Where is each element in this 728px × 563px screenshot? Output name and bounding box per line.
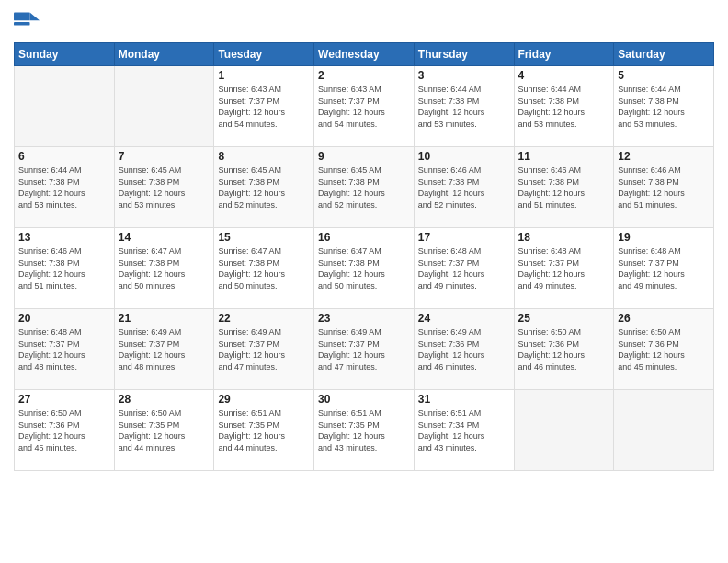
calendar-cell: 26Sunrise: 6:50 AM Sunset: 7:36 PM Dayli… — [614, 309, 714, 390]
day-number: 22 — [218, 312, 310, 325]
calendar-cell — [15, 66, 115, 147]
day-info: Sunrise: 6:46 AM Sunset: 7:38 PM Dayligh… — [18, 246, 110, 292]
day-info: Sunrise: 6:43 AM Sunset: 7:37 PM Dayligh… — [318, 84, 410, 130]
calendar-header-row: SundayMondayTuesdayWednesdayThursdayFrid… — [15, 43, 714, 66]
day-number: 19 — [618, 231, 710, 244]
calendar-header-tuesday: Tuesday — [214, 43, 314, 66]
day-number: 11 — [518, 150, 610, 163]
day-info: Sunrise: 6:46 AM Sunset: 7:38 PM Dayligh… — [518, 165, 610, 211]
calendar-header-monday: Monday — [114, 43, 214, 66]
day-number: 21 — [119, 312, 210, 325]
calendar-cell: 27Sunrise: 6:50 AM Sunset: 7:36 PM Dayli… — [15, 390, 115, 471]
day-number: 4 — [518, 69, 610, 82]
page: SundayMondayTuesdayWednesdayThursdayFrid… — [0, 0, 728, 563]
day-info: Sunrise: 6:50 AM Sunset: 7:36 PM Dayligh… — [518, 327, 610, 373]
calendar-cell: 12Sunrise: 6:46 AM Sunset: 7:38 PM Dayli… — [614, 147, 714, 228]
logo-icon — [14, 9, 40, 35]
calendar-cell: 22Sunrise: 6:49 AM Sunset: 7:37 PM Dayli… — [214, 309, 314, 390]
day-info: Sunrise: 6:48 AM Sunset: 7:37 PM Dayligh… — [418, 246, 510, 292]
day-info: Sunrise: 6:49 AM Sunset: 7:37 PM Dayligh… — [218, 327, 310, 373]
day-info: Sunrise: 6:45 AM Sunset: 7:38 PM Dayligh… — [119, 165, 210, 211]
day-info: Sunrise: 6:50 AM Sunset: 7:36 PM Dayligh… — [18, 408, 110, 454]
day-info: Sunrise: 6:46 AM Sunset: 7:38 PM Dayligh… — [418, 165, 510, 211]
calendar-cell: 21Sunrise: 6:49 AM Sunset: 7:37 PM Dayli… — [114, 309, 214, 390]
calendar-week-row: 1Sunrise: 6:43 AM Sunset: 7:37 PM Daylig… — [15, 66, 714, 147]
logo — [14, 9, 43, 35]
calendar-cell: 10Sunrise: 6:46 AM Sunset: 7:38 PM Dayli… — [414, 147, 514, 228]
day-number: 26 — [618, 312, 710, 325]
day-number: 23 — [318, 312, 410, 325]
day-info: Sunrise: 6:44 AM Sunset: 7:38 PM Dayligh… — [418, 84, 510, 130]
calendar-cell: 24Sunrise: 6:49 AM Sunset: 7:36 PM Dayli… — [414, 309, 514, 390]
calendar-cell: 23Sunrise: 6:49 AM Sunset: 7:37 PM Dayli… — [314, 309, 415, 390]
day-number: 16 — [318, 231, 410, 244]
calendar-cell: 20Sunrise: 6:48 AM Sunset: 7:37 PM Dayli… — [15, 309, 115, 390]
day-info: Sunrise: 6:44 AM Sunset: 7:38 PM Dayligh… — [18, 165, 110, 211]
day-info: Sunrise: 6:47 AM Sunset: 7:38 PM Dayligh… — [119, 246, 210, 292]
calendar-cell — [514, 390, 614, 471]
calendar: SundayMondayTuesdayWednesdayThursdayFrid… — [14, 42, 714, 471]
day-number: 2 — [318, 69, 410, 82]
calendar-cell: 14Sunrise: 6:47 AM Sunset: 7:38 PM Dayli… — [114, 228, 214, 309]
day-info: Sunrise: 6:47 AM Sunset: 7:38 PM Dayligh… — [218, 246, 310, 292]
calendar-cell: 28Sunrise: 6:50 AM Sunset: 7:35 PM Dayli… — [114, 390, 214, 471]
day-info: Sunrise: 6:48 AM Sunset: 7:37 PM Dayligh… — [18, 327, 110, 373]
calendar-cell: 13Sunrise: 6:46 AM Sunset: 7:38 PM Dayli… — [15, 228, 115, 309]
calendar-week-row: 13Sunrise: 6:46 AM Sunset: 7:38 PM Dayli… — [15, 228, 714, 309]
svg-marker-0 — [30, 13, 40, 21]
svg-rect-1 — [14, 13, 30, 21]
day-number: 27 — [18, 393, 110, 406]
calendar-header-saturday: Saturday — [614, 43, 714, 66]
day-info: Sunrise: 6:47 AM Sunset: 7:38 PM Dayligh… — [318, 246, 410, 292]
calendar-cell: 18Sunrise: 6:48 AM Sunset: 7:37 PM Dayli… — [514, 228, 614, 309]
calendar-cell: 6Sunrise: 6:44 AM Sunset: 7:38 PM Daylig… — [15, 147, 115, 228]
day-info: Sunrise: 6:51 AM Sunset: 7:35 PM Dayligh… — [318, 408, 410, 454]
calendar-cell: 16Sunrise: 6:47 AM Sunset: 7:38 PM Dayli… — [314, 228, 415, 309]
calendar-cell: 11Sunrise: 6:46 AM Sunset: 7:38 PM Dayli… — [514, 147, 614, 228]
day-number: 12 — [618, 150, 710, 163]
day-info: Sunrise: 6:46 AM Sunset: 7:38 PM Dayligh… — [618, 165, 710, 211]
day-number: 28 — [119, 393, 210, 406]
day-number: 13 — [18, 231, 110, 244]
day-info: Sunrise: 6:50 AM Sunset: 7:36 PM Dayligh… — [618, 327, 710, 373]
calendar-week-row: 6Sunrise: 6:44 AM Sunset: 7:38 PM Daylig… — [15, 147, 714, 228]
calendar-week-row: 27Sunrise: 6:50 AM Sunset: 7:36 PM Dayli… — [15, 390, 714, 471]
day-info: Sunrise: 6:49 AM Sunset: 7:37 PM Dayligh… — [318, 327, 410, 373]
day-number: 9 — [318, 150, 410, 163]
day-number: 8 — [218, 150, 310, 163]
calendar-cell: 31Sunrise: 6:51 AM Sunset: 7:34 PM Dayli… — [414, 390, 514, 471]
day-info: Sunrise: 6:44 AM Sunset: 7:38 PM Dayligh… — [518, 84, 610, 130]
day-number: 20 — [18, 312, 110, 325]
day-info: Sunrise: 6:51 AM Sunset: 7:35 PM Dayligh… — [218, 408, 310, 454]
calendar-cell: 17Sunrise: 6:48 AM Sunset: 7:37 PM Dayli… — [414, 228, 514, 309]
calendar-cell: 4Sunrise: 6:44 AM Sunset: 7:38 PM Daylig… — [514, 66, 614, 147]
calendar-cell: 1Sunrise: 6:43 AM Sunset: 7:37 PM Daylig… — [214, 66, 314, 147]
day-number: 1 — [218, 69, 310, 82]
day-number: 17 — [418, 231, 510, 244]
calendar-header-thursday: Thursday — [414, 43, 514, 66]
day-info: Sunrise: 6:49 AM Sunset: 7:36 PM Dayligh… — [418, 327, 510, 373]
calendar-cell: 19Sunrise: 6:48 AM Sunset: 7:37 PM Dayli… — [614, 228, 714, 309]
day-number: 6 — [18, 150, 110, 163]
calendar-cell: 7Sunrise: 6:45 AM Sunset: 7:38 PM Daylig… — [114, 147, 214, 228]
day-info: Sunrise: 6:50 AM Sunset: 7:35 PM Dayligh… — [119, 408, 210, 454]
calendar-cell: 2Sunrise: 6:43 AM Sunset: 7:37 PM Daylig… — [314, 66, 415, 147]
header — [14, 9, 714, 35]
day-number: 31 — [418, 393, 510, 406]
calendar-cell: 3Sunrise: 6:44 AM Sunset: 7:38 PM Daylig… — [414, 66, 514, 147]
day-info: Sunrise: 6:45 AM Sunset: 7:38 PM Dayligh… — [318, 165, 410, 211]
day-info: Sunrise: 6:48 AM Sunset: 7:37 PM Dayligh… — [518, 246, 610, 292]
calendar-cell: 25Sunrise: 6:50 AM Sunset: 7:36 PM Dayli… — [514, 309, 614, 390]
calendar-cell: 9Sunrise: 6:45 AM Sunset: 7:38 PM Daylig… — [314, 147, 415, 228]
day-number: 7 — [119, 150, 210, 163]
day-info: Sunrise: 6:45 AM Sunset: 7:38 PM Dayligh… — [218, 165, 310, 211]
day-info: Sunrise: 6:51 AM Sunset: 7:34 PM Dayligh… — [418, 408, 510, 454]
svg-rect-2 — [14, 22, 30, 26]
calendar-header-sunday: Sunday — [15, 43, 115, 66]
calendar-cell: 8Sunrise: 6:45 AM Sunset: 7:38 PM Daylig… — [214, 147, 314, 228]
calendar-cell: 15Sunrise: 6:47 AM Sunset: 7:38 PM Dayli… — [214, 228, 314, 309]
calendar-cell: 30Sunrise: 6:51 AM Sunset: 7:35 PM Dayli… — [314, 390, 415, 471]
day-info: Sunrise: 6:48 AM Sunset: 7:37 PM Dayligh… — [618, 246, 710, 292]
calendar-cell: 5Sunrise: 6:44 AM Sunset: 7:38 PM Daylig… — [614, 66, 714, 147]
calendar-cell — [114, 66, 214, 147]
